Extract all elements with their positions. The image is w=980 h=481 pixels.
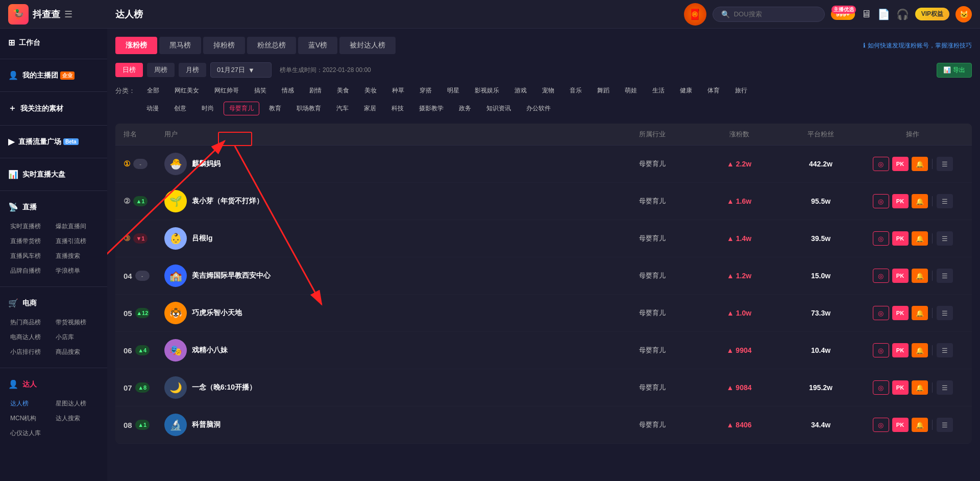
- cat-dance[interactable]: 舞蹈: [592, 84, 615, 98]
- action-more[interactable]: ☰: [937, 418, 953, 432]
- sidebar-item-mcn[interactable]: MCN机构: [8, 411, 54, 426]
- action-alert[interactable]: 🔔: [912, 157, 928, 171]
- tab-banned[interactable]: 被封达人榜: [339, 37, 396, 54]
- action-more[interactable]: ☰: [937, 194, 953, 208]
- action-pk[interactable]: PK: [892, 194, 909, 208]
- sidebar-item-shop-lib[interactable]: 小店库: [54, 330, 99, 345]
- sidebar-item-shop-rank[interactable]: 小店排行榜: [8, 345, 54, 359]
- tab-daily[interactable]: 日榜: [115, 63, 143, 77]
- date-select[interactable]: 01月27日 ▼: [210, 62, 272, 78]
- cat-beauty-girl[interactable]: 网红美女: [169, 84, 205, 98]
- vip-badge-999[interactable]: 999+ 主播优选: [831, 9, 855, 20]
- action-target[interactable]: ◎: [873, 157, 889, 171]
- cat-photo[interactable]: 摄影教学: [413, 102, 449, 115]
- user-name[interactable]: 戏精小八妹: [192, 346, 228, 355]
- doc-icon[interactable]: 📄: [877, 8, 890, 20]
- action-more[interactable]: ☰: [937, 231, 953, 246]
- tab-blue-v[interactable]: 蓝V榜: [298, 37, 337, 54]
- cat-gov[interactable]: 政务: [453, 102, 477, 115]
- action-pk[interactable]: PK: [892, 343, 909, 357]
- sidebar-item-hot-live[interactable]: 爆款直播间: [54, 219, 99, 234]
- user-name[interactable]: 美吉姆国际早教西安中心: [192, 271, 271, 280]
- action-alert[interactable]: 🔔: [912, 380, 928, 395]
- action-more[interactable]: ☰: [937, 269, 953, 283]
- cat-anime[interactable]: 动漫: [141, 102, 164, 115]
- monitor-icon[interactable]: 🖥: [861, 8, 871, 20]
- action-alert[interactable]: 🔔: [912, 306, 928, 320]
- sidebar-item-live-goods[interactable]: 直播带货榜: [8, 234, 54, 249]
- action-pk[interactable]: PK: [892, 380, 909, 395]
- cat-baby[interactable]: 萌娃: [619, 84, 643, 98]
- cat-health[interactable]: 健康: [674, 84, 698, 98]
- sidebar-item-xuelang[interactable]: 学浪榜单: [54, 263, 99, 278]
- sidebar-item-ecom[interactable]: 🛒 电商: [0, 293, 107, 313]
- sidebar-item-talent[interactable]: 👤 达人: [0, 374, 107, 394]
- tab-weekly[interactable]: 周榜: [147, 63, 175, 77]
- sidebar-item-brand-live[interactable]: 品牌自播榜: [8, 263, 54, 278]
- vip-button[interactable]: VIP权益: [915, 8, 949, 20]
- user-name[interactable]: 吕根lg: [192, 234, 212, 243]
- action-pk[interactable]: PK: [892, 418, 909, 432]
- cat-music[interactable]: 音乐: [564, 84, 587, 98]
- action-target[interactable]: ◎: [873, 343, 889, 357]
- avatar[interactable]: 🐱: [955, 6, 972, 22]
- cat-drama[interactable]: 剧情: [304, 84, 327, 98]
- action-alert[interactable]: 🔔: [912, 231, 928, 246]
- menu-icon[interactable]: ☰: [64, 9, 72, 20]
- sidebar-item-workbench[interactable]: ⊞ 工作台: [0, 33, 107, 53]
- sidebar-item-goods-search[interactable]: 商品搜索: [54, 345, 99, 359]
- sidebar-item-realtime-live[interactable]: 实时直播榜: [8, 219, 54, 234]
- fortune-bag[interactable]: 🧧: [684, 3, 706, 26]
- action-target[interactable]: ◎: [873, 231, 889, 246]
- cat-seed[interactable]: 种草: [386, 84, 410, 98]
- sidebar-item-talent-search[interactable]: 达人搜索: [54, 411, 99, 426]
- cat-makeup[interactable]: 美妆: [359, 84, 382, 98]
- action-target[interactable]: ◎: [873, 306, 889, 320]
- action-target[interactable]: ◎: [873, 418, 889, 432]
- cat-emotion[interactable]: 情感: [276, 84, 300, 98]
- cat-ent[interactable]: 影视娱乐: [469, 84, 505, 98]
- action-pk[interactable]: PK: [892, 157, 909, 171]
- cat-creative[interactable]: 创意: [168, 102, 192, 115]
- cat-pet[interactable]: 宠物: [536, 84, 560, 98]
- cat-life[interactable]: 生活: [647, 84, 670, 98]
- user-name[interactable]: 袁小芽（年货不打烊）: [192, 197, 263, 206]
- tab-monthly[interactable]: 月榜: [179, 63, 206, 77]
- cat-work-edu[interactable]: 职场教育: [291, 102, 327, 115]
- search-bar[interactable]: 🔍: [713, 7, 825, 22]
- sidebar-item-live[interactable]: 📡 直播: [0, 197, 107, 217]
- sidebar-item-talent-lib[interactable]: 心仪达人库: [8, 426, 54, 441]
- cat-tech[interactable]: 科技: [386, 102, 409, 115]
- user-name[interactable]: 麒麟妈妈: [192, 159, 220, 169]
- cat-game[interactable]: 游戏: [509, 84, 532, 98]
- cat-news[interactable]: 知识资讯: [481, 102, 517, 115]
- cat-funny[interactable]: 搞笑: [249, 84, 272, 98]
- sidebar-item-live-search[interactable]: 直播搜索: [54, 249, 99, 263]
- cat-parenting[interactable]: 母婴育儿: [224, 102, 259, 115]
- cat-sports[interactable]: 体育: [702, 84, 725, 98]
- tab-fans-up[interactable]: 涨粉榜: [115, 37, 157, 54]
- cat-home[interactable]: 家居: [358, 102, 382, 115]
- action-more[interactable]: ☰: [937, 306, 953, 320]
- cat-office[interactable]: 办公软件: [521, 102, 556, 115]
- action-alert[interactable]: 🔔: [912, 194, 928, 208]
- sidebar-item-talent-rank[interactable]: 达人榜: [8, 396, 54, 411]
- export-button[interactable]: 📊 导出: [937, 63, 972, 78]
- sidebar-item-ecom-talent[interactable]: 电商达人榜: [8, 330, 54, 345]
- cat-trendy[interactable]: 时尚: [196, 102, 219, 115]
- cat-edu[interactable]: 教育: [263, 102, 287, 115]
- action-target[interactable]: ◎: [873, 380, 889, 395]
- cat-travel[interactable]: 旅行: [729, 84, 753, 98]
- sidebar-item-live-fan[interactable]: 直播风车榜: [8, 249, 54, 263]
- sidebar-item-team[interactable]: 👤 我的主播团 企业: [0, 65, 107, 85]
- user-name[interactable]: 一念（晚6:10开播）: [192, 383, 256, 392]
- action-pk[interactable]: PK: [892, 231, 909, 246]
- action-more[interactable]: ☰: [937, 157, 953, 171]
- action-alert[interactable]: 🔔: [912, 269, 928, 283]
- action-alert[interactable]: 🔔: [912, 343, 928, 357]
- sidebar-item-xingtu[interactable]: 星图达人榜: [54, 396, 99, 411]
- action-alert[interactable]: 🔔: [912, 418, 928, 432]
- sidebar-item-hot-goods[interactable]: 热门商品榜: [8, 315, 54, 330]
- sidebar-item-live-dashboard[interactable]: 📊 实时直播大盘: [0, 164, 107, 184]
- tab-fans-down[interactable]: 掉粉榜: [203, 37, 245, 54]
